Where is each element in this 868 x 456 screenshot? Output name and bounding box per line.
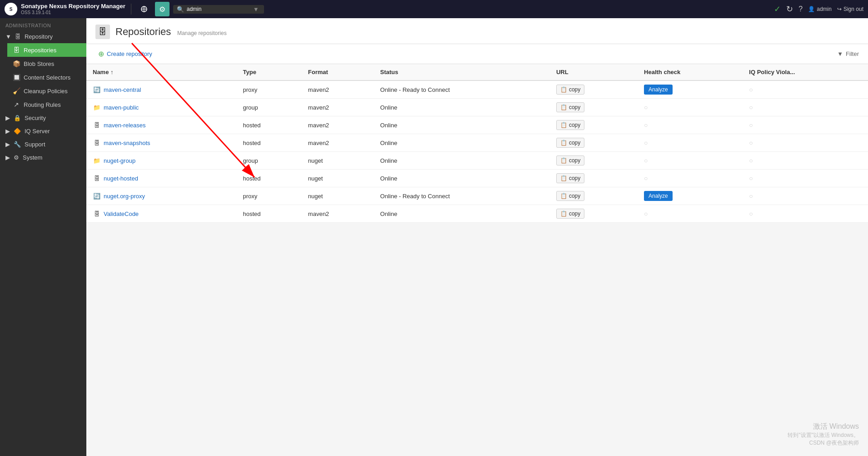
copy-icon: 📋 <box>560 86 567 93</box>
repo-type-icon: 📁 <box>93 156 101 165</box>
col-type[interactable]: Type <box>237 64 302 80</box>
copy-icon: 📋 <box>560 140 567 146</box>
repo-name[interactable]: maven-releases <box>104 122 146 129</box>
page-header: 🗄 Repositories Manage repositories <box>86 18 868 44</box>
cell-status: Online - Ready to Connect <box>374 187 550 205</box>
routing-rules-icon: ↗ <box>13 101 20 108</box>
system-arrow-icon: ▶ <box>5 154 10 161</box>
col-iq[interactable]: IQ Policy Viola... <box>743 64 868 80</box>
col-format[interactable]: Format <box>302 64 374 80</box>
copy-label: copy <box>569 210 580 217</box>
cell-status: Online - Ready to Connect <box>374 80 550 99</box>
table-header: Name ↑ Type Format Status URL Health che… <box>86 64 868 80</box>
nav-browse-btn[interactable] <box>137 2 151 16</box>
security-arrow-icon: ▶ <box>5 115 10 121</box>
cell-type: hosted <box>237 205 302 223</box>
copy-icon: 📋 <box>560 122 567 128</box>
cell-url: 📋 copy <box>550 205 638 223</box>
cell-url: 📋 copy <box>550 99 638 116</box>
col-name[interactable]: Name ↑ <box>86 64 237 80</box>
cell-health: ○ <box>638 152 743 170</box>
health-circle: ○ <box>644 139 648 146</box>
sidebar-group-repository[interactable]: ▼ 🗄 Repository <box>0 30 86 43</box>
cell-format: nuget <box>302 152 374 170</box>
user-icon: 👤 <box>808 6 815 12</box>
cleanup-policies-icon: 🧹 <box>13 87 20 95</box>
cell-health: Analyze <box>638 187 743 205</box>
col-status[interactable]: Status <box>374 64 550 80</box>
iq-circle: ○ <box>749 157 753 164</box>
col-health[interactable]: Health check <box>638 64 743 80</box>
repo-name[interactable]: ValidateCode <box>104 210 139 217</box>
content-selectors-icon: 🔲 <box>13 74 20 81</box>
sidebar-group-security[interactable]: ▶ 🔒 Security <box>0 111 86 125</box>
iq-circle: ○ <box>749 192 753 200</box>
sidebar-content-selectors-label: Content Selectors <box>24 74 70 81</box>
sidebar-item-cleanup-policies[interactable]: 🧹 Cleanup Policies <box>7 84 86 98</box>
cell-type: group <box>237 99 302 116</box>
sidebar-cleanup-label: Cleanup Policies <box>24 88 68 95</box>
copy-btn[interactable]: 📋 copy <box>556 102 584 112</box>
sidebar-section-title: Administration <box>0 18 86 30</box>
cell-iq: ○ <box>743 116 868 134</box>
repositories-icon: 🗄 <box>13 46 20 54</box>
repo-type-icon: 🗄 <box>93 210 101 218</box>
repo-name[interactable]: maven-public <box>104 104 139 111</box>
copy-btn[interactable]: 📋 copy <box>556 191 584 201</box>
copy-btn[interactable]: 📋 copy <box>556 120 584 130</box>
repo-type-icon: 🗄 <box>93 121 101 129</box>
cell-health: ○ <box>638 134 743 152</box>
cell-iq: ○ <box>743 80 868 99</box>
filter-label: Filter <box>846 50 859 57</box>
sidebar-system-label: System <box>23 154 42 161</box>
copy-btn[interactable]: 📋 copy <box>556 173 584 183</box>
analyze-btn[interactable]: Analyze <box>644 191 673 201</box>
sidebar-item-content-selectors[interactable]: 🔲 Content Selectors <box>7 70 86 84</box>
cell-type: group <box>237 152 302 170</box>
blob-stores-icon: 📦 <box>13 60 20 67</box>
sidebar-item-routing-rules[interactable]: ↗ Routing Rules <box>7 98 86 111</box>
signout-btn[interactable]: ↪ Sign out <box>837 6 863 12</box>
copy-btn[interactable]: 📋 copy <box>556 209 584 219</box>
iq-icon: 🔶 <box>14 128 21 135</box>
filter-area: ▼ Filter <box>837 50 859 57</box>
repo-name[interactable]: maven-central <box>104 86 141 93</box>
cell-status: Online <box>374 205 550 223</box>
help-btn[interactable]: ? <box>798 5 803 13</box>
page-header-text: Repositories Manage repositories <box>115 26 227 38</box>
cell-iq: ○ <box>743 170 868 187</box>
col-url[interactable]: URL <box>550 64 638 80</box>
repo-name[interactable]: maven-snapshots <box>104 140 150 146</box>
copy-label: copy <box>569 86 580 93</box>
system-icon: ⚙ <box>14 154 19 161</box>
search-input[interactable] <box>187 6 250 12</box>
search-toggle[interactable]: ▼ <box>253 6 259 13</box>
sidebar-group-system[interactable]: ▶ ⚙ System <box>0 151 86 164</box>
copy-btn[interactable]: 📋 copy <box>556 155 584 165</box>
create-repository-btn[interactable]: ⊕ Create repository <box>95 48 155 60</box>
analyze-btn[interactable]: Analyze <box>644 85 673 95</box>
cell-url: 📋 copy <box>550 134 638 152</box>
refresh-btn[interactable]: ↻ <box>786 4 793 14</box>
status-icon: ✓ <box>774 4 781 14</box>
cell-format: maven2 <box>302 99 374 116</box>
cell-iq: ○ <box>743 187 868 205</box>
copy-btn[interactable]: 📋 copy <box>556 85 584 95</box>
nav-settings-btn[interactable]: ⚙ <box>155 2 170 16</box>
cell-url: 📋 copy <box>550 80 638 99</box>
cell-url: 📋 copy <box>550 187 638 205</box>
cell-iq: ○ <box>743 99 868 116</box>
sidebar: Administration ▼ 🗄 Repository 🗄 Reposito… <box>0 18 86 456</box>
sidebar-group-iq[interactable]: ▶ 🔶 IQ Server <box>0 125 86 138</box>
sidebar-group-support[interactable]: ▶ 🔧 Support <box>0 138 86 151</box>
security-icon: 🔒 <box>14 115 21 121</box>
brand-logo: S <box>5 3 17 15</box>
repo-name[interactable]: nuget-group <box>104 157 135 164</box>
repo-name[interactable]: nuget-hosted <box>104 175 138 182</box>
copy-btn[interactable]: 📋 copy <box>556 138 584 148</box>
sidebar-item-repositories[interactable]: 🗄 Repositories <box>7 43 86 57</box>
sidebar-item-blob-stores[interactable]: 📦 Blob Stores <box>7 57 86 70</box>
cell-status: Online <box>374 152 550 170</box>
sidebar-blob-stores-label: Blob Stores <box>24 60 54 67</box>
repo-name[interactable]: nuget.org-proxy <box>104 193 145 200</box>
